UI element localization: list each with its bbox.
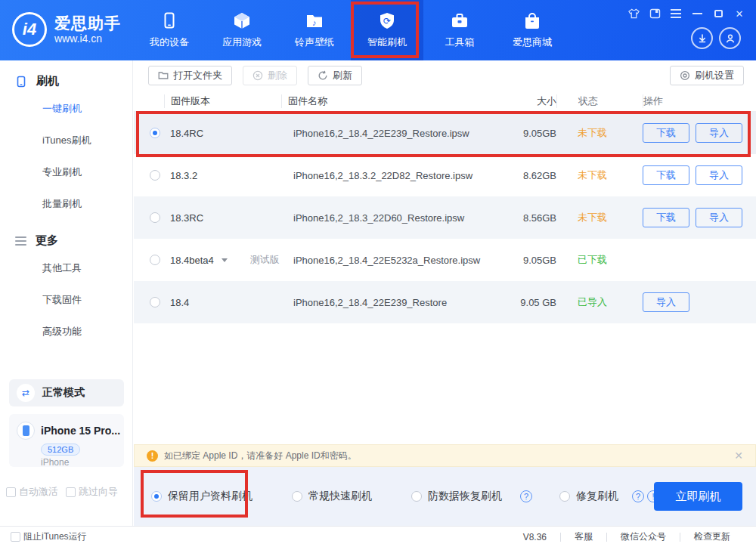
sidebar-item-batch-flash[interactable]: 批量刷机 — [0, 188, 132, 220]
block-itunes-checkbox[interactable]: 阻止iTunes运行 — [11, 530, 87, 543]
checkbox-icon — [66, 487, 76, 497]
firmware-size: 8.62GB — [503, 170, 556, 181]
firmware-status: 已下载 — [556, 253, 643, 267]
firmware-size: 9.05 GB — [503, 297, 556, 308]
firmware-row[interactable]: 18.4 iPhone16,2_18.4_22E239_Restore 9.05… — [134, 281, 756, 323]
sidebar-item-itunes-flash[interactable]: iTunes刷机 — [0, 125, 132, 156]
import-button[interactable]: 导入 — [643, 292, 689, 312]
feedback-icon[interactable] — [649, 8, 661, 19]
sidebar-item-pro-flash[interactable]: 专业刷机 — [0, 156, 132, 188]
header-round-buttons — [691, 27, 741, 49]
app-title: 爱思助手 — [54, 14, 121, 32]
wechat-link[interactable]: 微信公众号 — [607, 530, 680, 543]
flash-settings-button[interactable]: 刷机设置 — [670, 66, 744, 85]
flash-now-button[interactable]: 立即刷机 — [654, 482, 742, 511]
support-link[interactable]: 客服 — [561, 530, 606, 543]
download-button[interactable]: 下载 — [643, 123, 689, 143]
import-button[interactable]: 导入 — [696, 208, 742, 227]
firmware-size: 9.05GB — [503, 255, 556, 266]
nav-smart-flash[interactable]: ⟳ 智能刷机 — [351, 0, 423, 60]
more-menu-icon — [15, 236, 26, 246]
nav-my-device[interactable]: 我的设备 — [133, 0, 206, 60]
option-label: 保留用户资料刷机 — [168, 490, 253, 503]
import-button[interactable]: 导入 — [696, 165, 742, 185]
notice-close-icon[interactable]: ✕ — [734, 450, 743, 462]
refresh-button[interactable]: 刷新 — [308, 66, 362, 85]
checkbox-label: 自动激活 — [19, 485, 58, 499]
device-mode-label: 正常模式 — [42, 386, 85, 400]
nav-ringtone-wallpaper[interactable]: ♪ 铃声壁纸 — [278, 0, 351, 60]
option-radio[interactable] — [411, 491, 422, 502]
firmware-status: 未下载 — [556, 168, 643, 182]
row-radio[interactable] — [150, 297, 160, 307]
beta-tag: 测试版 — [250, 253, 280, 267]
nav-label: 智能刷机 — [367, 36, 407, 49]
maximize-icon[interactable] — [712, 8, 724, 19]
window-controls: ✕ — [627, 8, 745, 20]
apple-id-notice: ! 如已绑定 Apple ID，请准备好 Apple ID和密码。 ✕ — [134, 444, 756, 467]
option-radio[interactable] — [292, 491, 302, 502]
firmware-version: 18.4 — [170, 297, 189, 308]
help-icon[interactable]: ? — [520, 490, 532, 502]
option-repair-flash[interactable]: 修复刷机 — [559, 490, 618, 503]
nav-apps-games[interactable]: 应用游戏 — [206, 0, 278, 60]
firmware-name: iPhone16,2_18.4_22E5232a_Restore.ipsw — [293, 255, 503, 266]
option-normal-fast-flash[interactable]: 常规快速刷机 — [292, 490, 372, 503]
firmware-status: 已导入 — [556, 295, 643, 309]
device-mode-card[interactable]: ⇄ 正常模式 — [9, 379, 124, 406]
skip-setup-checkbox[interactable]: 跳过向导 — [66, 485, 118, 499]
refresh-icon — [318, 70, 328, 81]
option-radio-checked[interactable] — [151, 491, 162, 502]
open-folder-button[interactable]: 打开文件夹 — [148, 66, 232, 85]
row-radio[interactable] — [150, 212, 160, 223]
col-firmware-version: 固件版本 — [164, 94, 287, 108]
nav-label: 工具箱 — [445, 36, 475, 49]
auto-activate-checkbox[interactable]: 自动激活 — [6, 485, 58, 499]
firmware-row[interactable]: 18.3RC iPhone16,2_18.3_22D60_Restore.ips… — [134, 196, 756, 239]
sidebar-item-download-firmware[interactable]: 下载固件 — [0, 284, 132, 316]
col-action: 操作 — [643, 94, 756, 108]
settings-gear-icon — [680, 70, 690, 81]
option-radio[interactable] — [559, 491, 570, 502]
firmware-status: 未下载 — [556, 126, 643, 140]
row-radio[interactable] — [150, 255, 160, 265]
checkbox-icon — [6, 487, 16, 497]
col-firmware-name: 固件名称 — [281, 94, 503, 108]
sidebar-item-one-click-flash[interactable]: 一键刷机 — [0, 93, 132, 125]
menu-icon[interactable] — [670, 8, 682, 19]
option-label: 防数据恢复刷机 — [428, 490, 502, 503]
download-manager-icon[interactable] — [691, 27, 713, 49]
row-radio[interactable] — [150, 170, 160, 181]
sidebar-group-more: 更多 — [0, 220, 132, 252]
skin-icon[interactable] — [627, 8, 640, 19]
firmware-row[interactable]: 18.4beta4 测试版 iPhone16,2_18.4_22E5232a_R… — [134, 239, 756, 281]
device-card[interactable]: iPhone 15 Pro... 512GB iPhone — [9, 414, 124, 467]
firmware-row[interactable]: 18.3.2 iPhone16,2_18.3.2_22D82_Restore.i… — [134, 154, 756, 196]
download-button[interactable]: 下载 — [643, 165, 689, 185]
minimize-icon[interactable] — [691, 8, 703, 19]
help-icon[interactable]: ? — [632, 490, 644, 502]
main-content: 打开文件夹 删除 刷新 刷机设置 固件版本 固件名称 大小 状态 操作 — [134, 60, 756, 526]
flash-options-bar: 保留用户资料刷机 常规快速刷机 防数据恢复刷机 ? 修复刷机 ? ! 只想抹除数… — [134, 467, 756, 526]
firmware-version: 18.3RC — [170, 212, 203, 224]
svg-text:♪: ♪ — [312, 18, 317, 27]
download-button[interactable]: 下载 — [643, 208, 689, 227]
delete-button[interactable]: 删除 — [243, 66, 297, 85]
import-button[interactable]: 导入 — [696, 123, 742, 143]
sidebar-item-other-tools[interactable]: 其他工具 — [0, 252, 132, 284]
checkbox-label: 跳过向导 — [79, 485, 118, 499]
nav-toolbox[interactable]: 工具箱 — [423, 0, 496, 60]
option-keep-user-data[interactable]: 保留用户资料刷机 — [151, 490, 253, 503]
account-icon[interactable] — [719, 27, 741, 49]
sidebar-item-advanced[interactable]: 高级功能 — [0, 316, 132, 348]
firmware-version: 18.3.2 — [170, 170, 197, 181]
option-anti-data-recovery[interactable]: 防数据恢复刷机 — [411, 490, 502, 503]
ringtone-folder-icon: ♪ — [305, 11, 324, 31]
firmware-size: 8.56GB — [503, 212, 556, 224]
check-update-link[interactable]: 检查更新 — [680, 530, 744, 543]
caret-down-icon[interactable] — [222, 258, 228, 262]
row-radio-checked[interactable] — [150, 128, 160, 138]
close-icon[interactable]: ✕ — [733, 8, 745, 19]
firmware-row[interactable]: 18.4RC iPhone16,2_18.4_22E239_Restore.ip… — [134, 112, 756, 154]
nav-store[interactable]: 爱思商城 — [496, 0, 569, 60]
